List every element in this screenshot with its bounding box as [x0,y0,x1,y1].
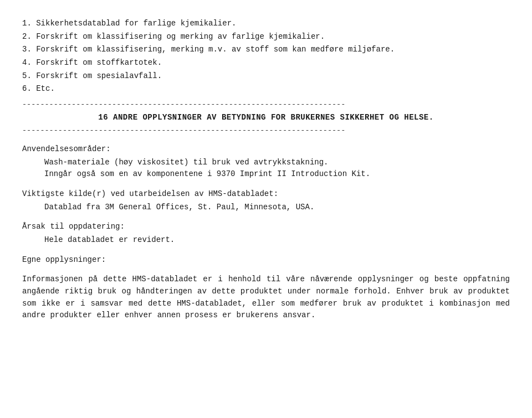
dash-line-top: ----------------------------------------… [22,100,510,110]
item-3-text: Forskrift om klassifisering, merking m.v… [36,45,395,54]
item-4-text: Forskrift om stoffkartotek. [36,58,162,67]
list-item-6: 6. Etc. [22,83,510,95]
item-2-number: 2. [22,32,32,41]
item-6-text: Etc. [36,84,55,93]
source-details: Datablad fra 3M General Offices, St. Pau… [44,202,510,214]
list-item-2: 2. Forskrift om klassifisering og merkin… [22,31,510,43]
source-label: Viktigste kilde(r) ved utarbeidelsen av … [22,188,510,200]
item-4-number: 4. [22,58,32,67]
application-text1: Wash-materiale (høy viskositet) til bruk… [44,157,510,169]
source-section: Viktigste kilde(r) ved utarbeidelsen av … [22,188,510,213]
update-text: Hele databladet er revidert. [44,234,510,246]
disclaimer-paragraph: Informasjonen på dette HMS-databladet er… [22,273,510,322]
own-info-section: Egne opplysninger: [22,254,510,266]
document-content: 1. Sikkerhetsdatablad for farlige kjemik… [22,18,510,322]
list-item-5: 5. Forskrift om spesialavfall. [22,70,510,82]
application-section: Anvendelsesområder: Wash-materiale (høy … [22,143,510,180]
update-details: Hele databladet er revidert. [44,234,510,246]
item-1-number: 1. [22,19,32,28]
item-1-text: Sikkerhetsdatablad for farlige kjemikali… [36,19,236,28]
application-label: Anvendelsesområder: [22,143,510,156]
section-title: 16 ANDRE OPPLYSNINGER AV BETYDNING FOR B… [22,112,510,124]
list-item-1: 1. Sikkerhetsdatablad for farlige kjemik… [22,18,510,30]
numbered-list: 1. Sikkerhetsdatablad for farlige kjemik… [22,18,510,95]
own-info-label: Egne opplysninger: [22,254,510,266]
item-2-text: Forskrift om klassifisering og merking a… [36,32,325,41]
item-6-number: 6. [22,84,32,93]
update-section: Årsak til oppdatering: Hele databladet e… [22,221,510,246]
application-details: Wash-materiale (høy viskositet) til bruk… [44,157,510,180]
list-item-4: 4. Forskrift om stoffkartotek. [22,57,510,69]
item-5-text: Forskrift om spesialavfall. [36,71,162,80]
item-5-number: 5. [22,71,32,80]
item-3-number: 3. [22,45,32,54]
list-item-3: 3. Forskrift om klassifisering, merking … [22,44,510,56]
dash-line-bottom: ----------------------------------------… [22,126,510,136]
source-text: Datablad fra 3M General Offices, St. Pau… [44,202,510,214]
update-label: Årsak til oppdatering: [22,221,510,233]
application-text2: Inngår også som en av komponentene i 937… [44,168,510,180]
